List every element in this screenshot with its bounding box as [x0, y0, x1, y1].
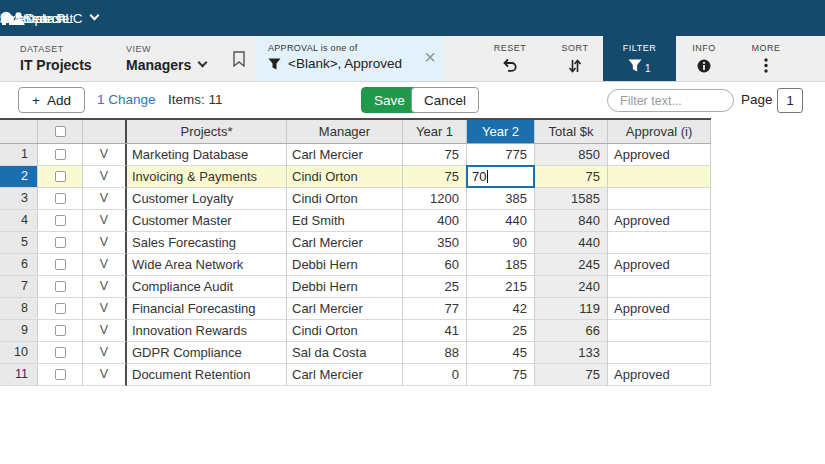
cell-manager[interactable]: Sal da Costa — [287, 342, 403, 364]
row-checkbox[interactable] — [55, 347, 66, 358]
select-all-checkbox[interactable] — [55, 126, 66, 137]
cell-manager[interactable]: Cindi Orton — [287, 166, 403, 188]
cell-manager[interactable]: Debbi Hern — [287, 276, 403, 298]
cell-project[interactable]: Invoicing & Payments — [127, 166, 287, 188]
cell-project[interactable]: Customer Loyalty — [127, 188, 287, 210]
cell-manager[interactable]: Debbi Hern — [287, 254, 403, 276]
cell-year1[interactable]: 77 — [403, 298, 467, 320]
column-header-total[interactable]: Total $k — [535, 120, 608, 143]
cell-manager[interactable]: Cindi Orton — [287, 188, 403, 210]
cell-year2[interactable]: 45 — [467, 342, 535, 364]
cell-project[interactable]: Wide Area Network — [127, 254, 287, 276]
row-view-link[interactable]: V — [83, 320, 127, 342]
cell-year1[interactable]: 41 — [403, 320, 467, 342]
column-header-projects[interactable]: Projects* — [127, 120, 287, 143]
row-checkbox-cell[interactable] — [38, 232, 83, 254]
cancel-button[interactable]: Cancel — [411, 87, 479, 113]
cell-project[interactable]: Innovation Rewards — [127, 320, 287, 342]
row-number[interactable]: 2 — [0, 166, 38, 188]
row-view-link[interactable]: V — [83, 144, 127, 166]
column-header-num[interactable] — [0, 120, 38, 143]
cell-project[interactable]: Marketing Database — [127, 144, 287, 166]
cell-project[interactable]: Customer Master — [127, 210, 287, 232]
cell-year2[interactable]: 185 — [467, 254, 535, 276]
row-checkbox[interactable] — [55, 171, 66, 182]
cell-approval[interactable] — [608, 232, 711, 254]
row-number[interactable]: 7 — [0, 276, 38, 298]
column-header-approval[interactable]: Approval (i) — [608, 120, 711, 143]
cell-total[interactable]: 66 — [535, 320, 608, 342]
cell-approval[interactable]: Approved — [608, 254, 711, 276]
cell-manager[interactable]: Cindi Orton — [287, 320, 403, 342]
column-header-manager[interactable]: Manager — [287, 120, 403, 143]
row-checkbox[interactable] — [55, 259, 66, 270]
row-checkbox[interactable] — [55, 149, 66, 160]
row-checkbox[interactable] — [55, 303, 66, 314]
cell-project[interactable]: Sales Forecasting — [127, 232, 287, 254]
row-number[interactable]: 6 — [0, 254, 38, 276]
row-checkbox[interactable] — [55, 325, 66, 336]
cell-approval[interactable]: Approved — [608, 364, 711, 386]
cell-project[interactable]: Compliance Audit — [127, 276, 287, 298]
column-header-year2[interactable]: Year 2 — [467, 120, 535, 143]
column-header-check[interactable] — [38, 120, 83, 143]
cell-year2[interactable]: 70 — [467, 166, 535, 188]
row-number[interactable]: 9 — [0, 320, 38, 342]
cell-year2[interactable]: 385 — [467, 188, 535, 210]
filter-text-input[interactable] — [607, 89, 734, 112]
cell-manager[interactable]: Carl Mercier — [287, 298, 403, 320]
cell-year1[interactable]: 25 — [403, 276, 467, 298]
row-view-link[interactable]: V — [83, 254, 127, 276]
row-number[interactable]: 5 — [0, 232, 38, 254]
cell-year1[interactable]: 88 — [403, 342, 467, 364]
cell-total[interactable]: 840 — [535, 210, 608, 232]
cell-approval[interactable] — [608, 276, 711, 298]
row-number[interactable]: 3 — [0, 188, 38, 210]
row-checkbox-cell[interactable] — [38, 276, 83, 298]
cell-year1[interactable]: 75 — [403, 144, 467, 166]
row-number[interactable]: 11 — [0, 364, 38, 386]
close-icon[interactable]: × — [424, 47, 436, 67]
changes-link[interactable]: 1 Change — [97, 82, 156, 118]
cell-approval[interactable]: Approved — [608, 144, 711, 166]
reset-button[interactable]: RESET — [482, 36, 538, 81]
cell-edit-input[interactable]: 70 — [466, 165, 535, 188]
cell-year1[interactable]: 400 — [403, 210, 467, 232]
row-number[interactable]: 8 — [0, 298, 38, 320]
cell-year1[interactable]: 75 — [403, 166, 467, 188]
cell-year1[interactable]: 350 — [403, 232, 467, 254]
row-checkbox-cell[interactable] — [38, 144, 83, 166]
cell-approval[interactable] — [608, 166, 711, 188]
row-checkbox[interactable] — [55, 369, 66, 380]
cell-year2[interactable]: 42 — [467, 298, 535, 320]
cell-project[interactable]: GDPR Compliance — [127, 342, 287, 364]
more-button[interactable]: MORE — [741, 36, 791, 81]
cell-approval[interactable] — [608, 188, 711, 210]
cell-project[interactable]: Document Retention — [127, 364, 287, 386]
row-view-link[interactable]: V — [83, 342, 127, 364]
bookmark-button[interactable] — [233, 51, 245, 67]
cell-manager[interactable]: Carl Mercier — [287, 232, 403, 254]
row-view-link[interactable]: V — [83, 166, 127, 188]
cell-total[interactable]: 119 — [535, 298, 608, 320]
filter-button[interactable]: FILTER 1 — [603, 36, 676, 81]
view-selector[interactable]: VIEW Managers — [126, 44, 206, 73]
cell-total[interactable]: 75 — [535, 364, 608, 386]
cell-manager[interactable]: Carl Mercier — [287, 144, 403, 166]
row-number[interactable]: 4 — [0, 210, 38, 232]
column-header-year1[interactable]: Year 1 — [403, 120, 467, 143]
cell-year1[interactable]: 60 — [403, 254, 467, 276]
cell-year1[interactable]: 1200 — [403, 188, 467, 210]
row-checkbox-cell[interactable] — [38, 342, 83, 364]
row-view-link[interactable]: V — [83, 276, 127, 298]
row-view-link[interactable]: V — [83, 210, 127, 232]
cell-total[interactable]: 1585 — [535, 188, 608, 210]
save-button[interactable]: Save — [361, 87, 418, 113]
cell-year1[interactable]: 0 — [403, 364, 467, 386]
page-number-input[interactable] — [777, 88, 803, 113]
cell-year2[interactable]: 215 — [467, 276, 535, 298]
row-checkbox-cell[interactable] — [38, 254, 83, 276]
cell-project[interactable]: Financial Forecasting — [127, 298, 287, 320]
row-checkbox-cell[interactable] — [38, 320, 83, 342]
cell-manager[interactable]: Carl Mercier — [287, 364, 403, 386]
